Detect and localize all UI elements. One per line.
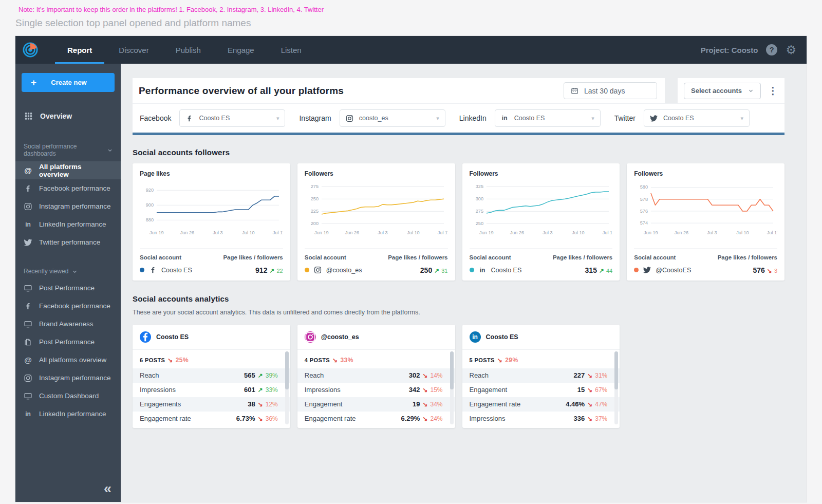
nav-tab-engage[interactable]: Engage [214, 36, 268, 64]
analytics-card-instagram: @coosto_es4 POSTS↘33%Reach302↘14%Impress… [297, 325, 455, 428]
nav-tab-report[interactable]: Report [54, 36, 105, 64]
svg-text:Jun 26: Jun 26 [510, 230, 524, 235]
sidebar-item-label: Facebook performance [39, 184, 110, 192]
dropdown-arrow-icon: ▾ [276, 115, 279, 122]
kebab-menu-icon[interactable]: ⋮ [768, 85, 778, 97]
card-footer: Social accountPage likes / followersinCo… [470, 248, 613, 274]
sidebar-item-all-platforms-overview[interactable]: @All platforms overview [15, 351, 121, 369]
posts-delta: 29% [505, 357, 518, 364]
metric-value: 336 [573, 415, 585, 422]
filter-row: FacebookCoosto ES▾Instagramcoosto_es▾Lin… [133, 103, 784, 133]
gear-icon[interactable]: ⚙ [786, 44, 796, 56]
account-legend: Coosto ES [140, 266, 192, 274]
line-chart-instagram: 200225250275Jun 19Jun 26Jul 3Jul 10Jul 1… [305, 179, 448, 244]
metric-delta: 34% [430, 401, 442, 408]
account-select-twitter[interactable]: Coosto ES▾ [644, 109, 750, 127]
svg-text:580: 580 [640, 184, 648, 190]
card-scrollbar[interactable] [614, 351, 618, 424]
sidebar-section-toggle[interactable]: Recently viewed [15, 264, 121, 279]
account-select-instagram[interactable]: coosto_es▾ [340, 109, 445, 127]
metric-label: Engagement rate [305, 415, 356, 422]
metric-label: Engagements [140, 400, 181, 408]
follower-count: 315 [585, 266, 597, 274]
svg-text:250: 250 [311, 196, 319, 201]
linkedin-icon: in [479, 266, 487, 274]
twitter-icon [24, 238, 32, 247]
sidebar-item-label: LinkedIn performance [39, 410, 106, 418]
legend-dot [470, 268, 474, 272]
sidebar-item-linkedin-performance[interactable]: inLinkedIn performance [15, 215, 121, 233]
sidebar-section-toggle[interactable]: Social performance dashboards [15, 139, 121, 161]
selected-account-value: coosto_es [359, 115, 388, 122]
trend-down-icon: ↘ [258, 415, 263, 422]
scrollbar-thumb[interactable] [450, 351, 454, 389]
platform-label: Facebook [140, 114, 171, 122]
create-new-button[interactable]: + Create new [22, 73, 115, 92]
scrollbar-thumb[interactable] [614, 351, 618, 389]
help-icon[interactable]: ? [766, 44, 777, 55]
analytics-card-linkedin: inCoosto ES5 POSTS↘29%Reach227↘31%Engage… [462, 325, 620, 428]
metric-label: Engagement [470, 386, 508, 394]
metric-value: 601 [244, 386, 255, 394]
card-footer: Social accountPage likes / followers@coo… [305, 248, 448, 274]
sidebar-item-label: Facebook performance [39, 302, 110, 310]
sidebar-item-custom-dashboard[interactable]: Custom Dashboard [15, 387, 121, 405]
account-legend: @coosto_es [305, 266, 362, 274]
sidebar-item-brand-awareness[interactable]: Brand Awareness [15, 315, 121, 333]
footer-col-value: Page likes / followers [223, 254, 283, 260]
account-select-linkedin[interactable]: inCoosto ES▾ [495, 109, 601, 127]
account-select-facebook[interactable]: Coosto ES▾ [179, 109, 285, 127]
nav-tab-listen[interactable]: Listen [268, 36, 315, 64]
sidebar-item-overview[interactable]: Overview [15, 106, 121, 126]
posts-summary: 5 POSTS↘29% [462, 350, 620, 368]
sidebar-item-instagram-performance[interactable]: Instagram performance [15, 369, 121, 387]
metric-value: 302 [409, 371, 420, 379]
metric-value: 15 [577, 386, 585, 394]
sidebar-item-twitter-performance[interactable]: Twitter performance [15, 233, 121, 251]
sidebar-item-facebook-performance[interactable]: Facebook performance [15, 297, 121, 315]
select-accounts-button[interactable]: Select accounts [684, 83, 761, 99]
sidebar-item-post-performance[interactable]: Post Performance [15, 279, 121, 297]
metric-label: Reach [140, 371, 159, 379]
monitor-icon [24, 284, 32, 292]
sidebar-collapse-button[interactable]: « [104, 482, 111, 496]
sidebar-item-all-platforms-overview[interactable]: @All platforms overview [15, 161, 121, 179]
nav-tab-publish[interactable]: Publish [162, 36, 214, 64]
sidebar-item-linkedin-performance[interactable]: inLinkedIn performance [15, 405, 121, 423]
select-accounts-label: Select accounts [691, 87, 742, 95]
posts-delta: 33% [340, 357, 353, 364]
metric-delta: 12% [266, 401, 278, 408]
analytics-card-header: Coosto ES [133, 325, 290, 350]
at-icon: @ [24, 356, 32, 364]
svg-text:574: 574 [640, 220, 648, 226]
metric-row-engagement: Engagement19↘34% [297, 397, 455, 412]
card-scrollbar[interactable] [285, 351, 289, 424]
metric-row-engagement-rate: Engagement rate6.73%↘36% [133, 412, 290, 426]
posts-count: 6 POSTS [140, 357, 165, 363]
trend-down-icon: ↘ [587, 415, 592, 422]
scrollbar-thumb[interactable] [285, 351, 289, 389]
instagram-icon [24, 202, 32, 211]
platform-filter-facebook: FacebookCoosto ES▾ [140, 109, 285, 127]
grid-icon [24, 112, 33, 120]
date-range-selector[interactable]: Last 30 days [564, 82, 657, 99]
svg-text:Jul 3: Jul 3 [213, 230, 222, 235]
metric-row-impressions: Impressions342↘15% [297, 383, 455, 397]
header-row: Performance overview of all your platfor… [133, 78, 784, 103]
follower-card-linkedin: Followers250275300325Jun 19Jun 26Jul 3Ju… [462, 163, 620, 281]
sidebar-item-facebook-performance[interactable]: Facebook performance [15, 179, 121, 197]
analytics-description: These are your social account analytics.… [133, 309, 784, 316]
coosto-logo-icon [23, 42, 38, 58]
window-body: + Create new Overview Social performance… [15, 64, 807, 502]
svg-text:920: 920 [146, 188, 154, 193]
nav-tab-discover[interactable]: Discover [105, 36, 162, 64]
instagram-badge-icon [305, 331, 316, 343]
sidebar-item-instagram-performance[interactable]: Instagram performance [15, 197, 121, 215]
svg-text:Jun 19: Jun 19 [150, 230, 164, 235]
svg-text:275: 275 [311, 184, 319, 189]
sidebar-item-post-performance[interactable]: Post Performance [15, 333, 121, 351]
metric-row-engagement-rate: Engagement rate4.46%↘47% [462, 397, 620, 412]
card-scrollbar[interactable] [450, 351, 454, 424]
card-title: Followers [634, 170, 777, 177]
account-legend: inCoosto ES [470, 266, 522, 274]
